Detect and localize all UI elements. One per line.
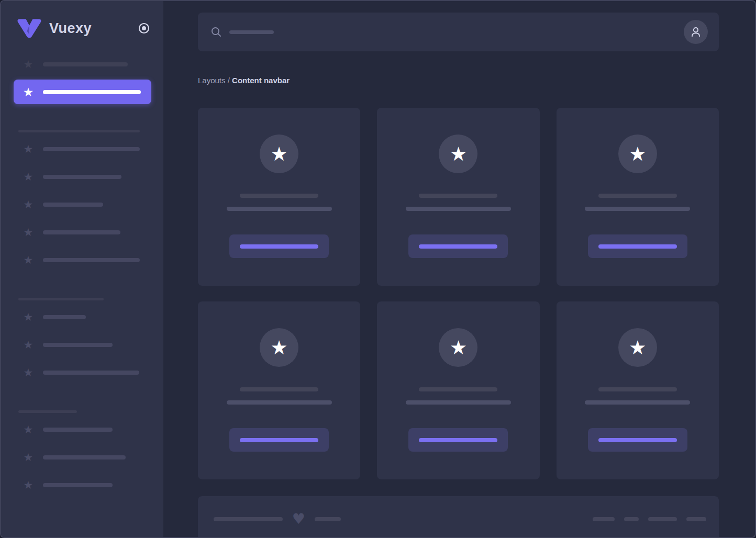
nav-label-skeleton	[43, 315, 86, 319]
demo-card: ★	[377, 301, 539, 479]
sidebar-item[interactable]: ★	[1, 311, 163, 323]
card-subtitle-skeleton	[406, 207, 511, 211]
card-button[interactable]	[229, 234, 329, 258]
star-icon: ★	[22, 311, 35, 323]
star-icon: ★	[22, 479, 35, 491]
search-input[interactable]	[210, 26, 684, 38]
sidebar-item[interactable]: ★	[1, 479, 163, 491]
nav-label-skeleton	[43, 343, 113, 347]
top-navbar	[198, 13, 719, 51]
star-icon: ★	[450, 144, 467, 164]
star-icon: ★	[22, 226, 35, 239]
sidebar-item[interactable]: ★	[1, 451, 163, 464]
star-icon: ★	[629, 338, 646, 357]
nav-label-skeleton	[43, 175, 121, 179]
card-subtitle-skeleton	[585, 207, 690, 211]
star-icon: ★	[22, 86, 35, 98]
button-label-skeleton	[598, 244, 677, 249]
breadcrumb: Layouts / Content navbar	[198, 76, 719, 85]
person-icon	[689, 25, 703, 39]
demo-card: ★	[557, 301, 719, 479]
nav-section-header-skeleton	[18, 298, 104, 300]
card-title-skeleton	[240, 387, 318, 391]
footer-link-skeleton	[593, 517, 615, 521]
star-icon: ★	[629, 144, 646, 164]
card-avatar: ★	[439, 328, 477, 367]
brand-row: Vuexy	[1, 1, 163, 39]
nav-label-skeleton	[43, 62, 128, 66]
nav-label-skeleton	[43, 455, 126, 459]
sidebar-item[interactable]: ★	[1, 171, 163, 183]
sidebar-item[interactable]: ★	[1, 226, 163, 239]
card-title-skeleton	[419, 387, 497, 391]
sidebar-nav: ★★★★★★★★★★★★★	[1, 58, 163, 491]
nav-section-header-skeleton	[18, 410, 77, 413]
sidebar-group: ★★★★★	[1, 130, 163, 266]
sidebar-item[interactable]: ★	[1, 254, 163, 266]
radio-circle-icon[interactable]	[137, 21, 151, 35]
demo-card: ★	[198, 301, 360, 479]
card-button[interactable]	[408, 234, 508, 258]
star-icon: ★	[22, 58, 35, 71]
card-button[interactable]	[229, 428, 329, 452]
star-icon: ★	[22, 171, 35, 183]
nav-label-skeleton	[43, 483, 113, 487]
star-icon: ★	[22, 143, 35, 155]
card-avatar: ★	[439, 134, 477, 173]
nav-section-header-skeleton	[18, 130, 140, 132]
nav-label-skeleton	[43, 147, 140, 151]
sidebar-item-active[interactable]: ★	[14, 80, 151, 104]
heart-icon: ♥	[292, 514, 305, 524]
card-avatar: ★	[618, 134, 657, 173]
breadcrumb-separator: /	[226, 76, 232, 85]
sidebar-item[interactable]: ★	[1, 143, 163, 155]
button-label-skeleton	[598, 438, 677, 442]
demo-card: ★	[198, 108, 360, 286]
footer-links	[593, 517, 706, 521]
nav-label-skeleton	[43, 90, 141, 94]
sidebar-group: ★★★	[1, 298, 163, 379]
sidebar: Vuexy ★★★★★★★★★★★★★	[1, 1, 163, 537]
nav-label-skeleton	[43, 203, 103, 207]
search-icon	[210, 26, 222, 38]
card-button[interactable]	[588, 234, 687, 258]
vuexy-logo-icon	[17, 18, 42, 39]
demo-card: ★	[557, 108, 719, 286]
brand-title: Vuexy	[49, 20, 92, 37]
sidebar-item[interactable]: ★	[1, 58, 163, 71]
card-title-skeleton	[240, 194, 318, 198]
card-subtitle-skeleton	[227, 400, 332, 405]
button-label-skeleton	[240, 244, 318, 249]
card-title-skeleton	[598, 194, 677, 198]
card-button[interactable]	[588, 428, 687, 452]
button-label-skeleton	[419, 244, 497, 249]
search-placeholder-skeleton	[229, 30, 274, 34]
card-subtitle-skeleton	[406, 400, 511, 405]
footer-link-skeleton	[648, 517, 677, 521]
main-content: Layouts / Content navbar ★★★★★★ ♥	[163, 1, 755, 537]
star-icon: ★	[22, 198, 35, 211]
sidebar-item[interactable]: ★	[1, 339, 163, 351]
star-icon: ★	[450, 338, 467, 357]
button-label-skeleton	[240, 438, 318, 442]
sidebar-group: ★★	[1, 58, 163, 104]
breadcrumb-parent[interactable]: Layouts	[198, 76, 226, 85]
nav-label-skeleton	[43, 230, 120, 234]
footer-link-skeleton	[624, 517, 639, 521]
card-title-skeleton	[419, 194, 497, 198]
star-icon: ★	[22, 423, 35, 436]
sidebar-group: ★★★	[1, 410, 163, 491]
sidebar-item[interactable]: ★	[1, 198, 163, 211]
footer-link-skeleton	[686, 517, 706, 521]
card-button[interactable]	[408, 428, 508, 452]
app-window: Vuexy ★★★★★★★★★★★★★	[0, 0, 756, 538]
breadcrumb-current: Content navbar	[232, 76, 290, 85]
footer-row: ♥	[198, 496, 719, 524]
sidebar-item[interactable]: ★	[1, 423, 163, 436]
card-avatar: ★	[260, 328, 298, 367]
nav-label-skeleton	[43, 371, 139, 375]
sidebar-item[interactable]: ★	[1, 366, 163, 379]
star-icon: ★	[22, 366, 35, 379]
star-icon: ★	[22, 339, 35, 351]
user-avatar-button[interactable]	[684, 20, 708, 44]
